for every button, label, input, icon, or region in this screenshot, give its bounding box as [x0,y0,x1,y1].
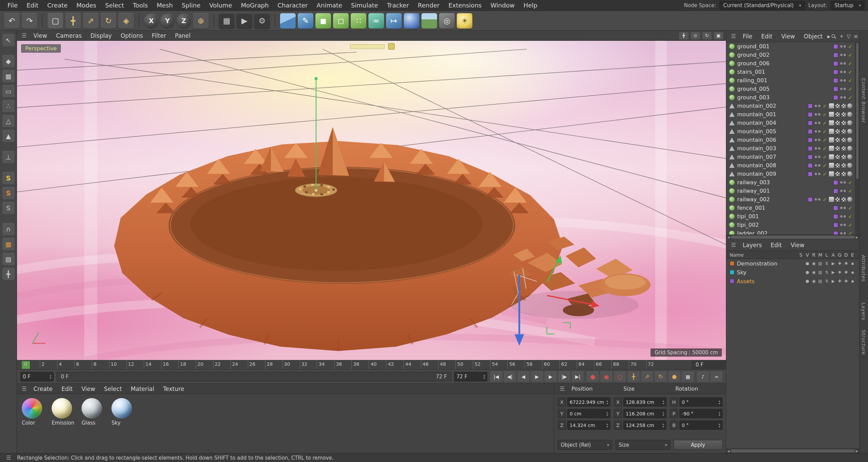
key-scale-toggle[interactable]: ⇗ [641,372,653,382]
size-field[interactable]: 116.208 cm ▴▾ [623,409,666,418]
stepper-icon[interactable]: ▴▾ [50,374,51,379]
object-row[interactable]: railing_001 ✓ [726,76,855,85]
prev-frame-button[interactable]: ◀ [517,372,530,382]
object-row[interactable]: mountain_002 ✓ [726,102,855,110]
layer-color-chip[interactable] [808,146,813,151]
visibility-dots[interactable] [840,181,846,184]
key-rotation-toggle[interactable]: ↻ [655,372,667,382]
play-button[interactable]: ▶ [531,372,543,382]
render-region-icon[interactable] [388,43,395,50]
layer-toggle-icons[interactable]: ●◉▤ ⇅▶✚ ✱▪ [804,261,856,266]
key-parameter-toggle[interactable]: ● [668,372,680,382]
panel-grip-icon[interactable]: ☰ [20,32,29,39]
menu-item[interactable]: Animate [312,1,346,10]
stepper-icon[interactable]: ▴▾ [606,411,608,416]
snap-dynamic-button[interactable]: S [2,202,15,214]
enabled-check-icon[interactable]: ✓ [822,137,827,143]
panel-grip-icon[interactable]: ☰ [20,386,29,392]
position-field[interactable]: 14.324 cm ▴▾ [567,421,610,430]
ruler-tick[interactable]: 46 [421,360,438,369]
ruler-tick[interactable]: 54 [490,360,507,369]
menu-item[interactable]: Extensions [444,1,486,10]
object-row[interactable]: ground_006 ✓ [726,59,855,68]
render-region-handle[interactable] [350,44,385,49]
material-preview-sphere[interactable] [52,398,72,418]
add-cube-button[interactable] [280,13,296,29]
redo-button[interactable]: ↷ [22,13,37,29]
autokey-button[interactable]: ◉ [600,372,612,382]
panel-grip-icon[interactable]: ☰ [558,386,567,392]
panel-grip-icon[interactable]: ☰ [729,33,738,39]
object-row[interactable]: mountain_009 ✓ [726,170,855,178]
ruler-tick[interactable]: 18 [178,360,196,369]
stepper-icon[interactable]: ▴▾ [718,411,720,416]
playback-rate-button[interactable]: ≈ [710,372,723,382]
layer-color-chip[interactable] [833,53,838,57]
enabled-check-icon[interactable]: ✓ [822,171,827,177]
timeline-ruler[interactable]: 0 2 4 6 8 10 12 14 16 18 [17,360,726,369]
layer-color-chip[interactable] [808,138,813,142]
record-keyframe-button[interactable]: ● [587,372,599,382]
viewport-camera-label[interactable]: Perspective [21,44,61,53]
menu-item[interactable]: Mesh [153,1,177,10]
enabled-check-icon[interactable]: ✓ [848,179,852,186]
stepper-icon[interactable]: ▴▾ [606,399,608,405]
panel-grip-icon[interactable]: ☰ [729,242,738,248]
menu-item[interactable]: Create [43,1,72,10]
menu-item[interactable]: File [3,1,22,10]
end-frame-spinner[interactable]: 72 F ▴▾ [454,372,487,381]
material-menu-item[interactable]: Texture [159,384,188,393]
filter-icon[interactable]: ▽ [847,33,851,39]
keyframe-selection-button[interactable]: ○ [614,372,626,382]
camera-button[interactable]: ◎ [439,13,455,29]
layer-color-chip[interactable] [833,95,838,100]
snap-modeling-button[interactable]: S [2,187,15,199]
layer-color-chip[interactable] [808,104,813,108]
spline-pen-button[interactable]: ✎ [298,13,313,29]
object-manager-menu-item[interactable]: Object [800,32,827,41]
size-field[interactable]: 128.839 cm ▴▾ [623,397,666,407]
rotation-field[interactable]: 0 ° ▴▾ [679,397,723,407]
material-preview-sphere[interactable] [82,398,102,418]
enabled-check-icon[interactable]: ✓ [848,222,852,228]
apply-button[interactable]: Apply [674,440,723,450]
menu-item[interactable]: MoGraph [237,1,273,10]
stepper-icon[interactable]: ▴▾ [718,423,720,428]
stepper-icon[interactable]: ▴▾ [662,423,664,428]
ruler-tick[interactable]: 36 [334,360,351,369]
layers-menu-item[interactable]: Edit [767,241,786,250]
render-view-button[interactable]: ▦ [219,13,235,29]
ruler-tick[interactable]: 4 [57,360,74,369]
layer-color-chip[interactable] [833,223,838,227]
layer-color-chip[interactable] [808,197,813,202]
enabled-check-icon[interactable]: ✓ [822,112,827,118]
panel-grip-icon[interactable]: ☰ [4,455,13,461]
layer-color-chip[interactable] [833,231,838,235]
current-frame-box[interactable]: 0 F [692,360,726,369]
texture-mode-button[interactable]: ▦ [2,70,15,82]
next-frame-button[interactable]: ▶ [544,372,557,382]
enabled-check-icon[interactable]: ✓ [822,146,827,152]
stepper-icon[interactable]: ▴▾ [662,411,664,416]
ruler-tick[interactable]: 24 [230,360,248,369]
ruler-tick[interactable]: 12 [126,360,144,369]
layer-color-chip[interactable] [833,87,838,91]
ruler-tick[interactable]: 32 [300,360,317,369]
layer-color-chip[interactable] [833,44,838,49]
ruler-tick[interactable]: 44 [403,360,421,369]
object-row[interactable]: mountain_007 ✓ [726,153,855,161]
visibility-dots[interactable] [840,96,846,99]
texture-tags[interactable] [829,146,852,151]
ruler-tick[interactable]: 58 [525,360,542,369]
live-selection-tool[interactable]: ▢ [48,13,63,29]
magnet-tool-button[interactable]: ∩ [2,223,15,235]
key-position-toggle[interactable]: ╋ [627,372,640,382]
viewport-menu-item[interactable]: Filter [148,31,170,40]
search-icon[interactable] [831,34,836,39]
viewport-pan-icon[interactable]: ╋ [679,32,689,39]
object-row[interactable]: railway_003 ✓ [726,178,855,187]
texture-tags[interactable] [829,163,852,168]
layer-color-chip[interactable] [808,155,813,159]
menu-item[interactable]: Edit [22,1,42,10]
ruler-tick[interactable]: 8 [92,360,109,369]
